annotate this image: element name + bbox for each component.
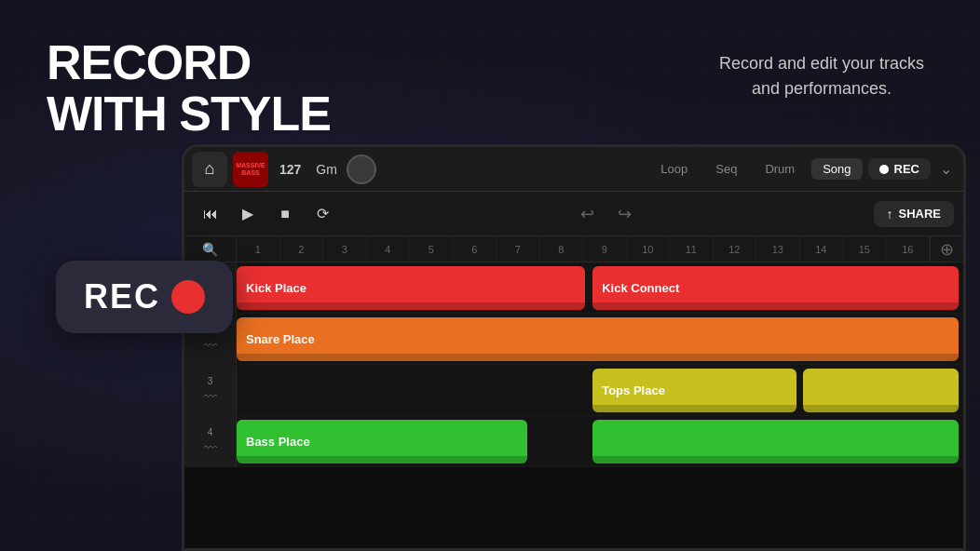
rec-pill-label: REC	[84, 277, 160, 316]
beat-8: 8	[540, 236, 584, 262]
tab-seq[interactable]: Seq	[704, 158, 748, 180]
beat-4: 4	[367, 236, 411, 262]
home-button[interactable]: ⌂	[192, 152, 227, 187]
rec-label: REC	[894, 162, 919, 176]
rec-button[interactable]: REC	[868, 158, 931, 180]
tracks-area: 1 〰 Kick Place Kick Connect	[184, 262, 963, 548]
track-blocks-3[interactable]: Tops Place	[237, 365, 963, 415]
track-row-4: 4 〰 Bass Place	[184, 416, 963, 467]
loop-button[interactable]: ⟳	[306, 197, 339, 231]
beat-13: 13	[756, 236, 800, 262]
track-wave-icon-2: 〰	[204, 338, 217, 353]
track-col-header: 🔍	[184, 236, 237, 262]
tagline-line2: and performances.	[719, 76, 924, 101]
rec-indicator	[879, 165, 889, 174]
timeline-header: 🔍 1 2 3 4 5 6 7 8 9 10 11 12 13 14 15 16…	[184, 236, 963, 262]
track-num-3: 3	[208, 376, 213, 386]
rec-dot-icon	[171, 280, 205, 314]
track-row-2: 2 〰 Snare Place	[184, 314, 963, 365]
headline-line1: RECORD	[47, 37, 331, 88]
tempo-knob[interactable]	[347, 155, 376, 184]
track-blocks-2[interactable]: Snare Place	[237, 314, 963, 364]
add-track-button[interactable]: ⊕	[930, 236, 963, 262]
rec-pill[interactable]: REC	[56, 261, 233, 333]
track-block-tops-2[interactable]	[803, 369, 959, 412]
search-icon[interactable]: 🔍	[202, 242, 218, 257]
tab-loop[interactable]: Loop	[649, 158, 699, 180]
beat-10: 10	[627, 236, 671, 262]
redo-button[interactable]: ↪	[608, 197, 642, 231]
album-art[interactable]: MASSIVEBASS	[233, 152, 268, 187]
stop-button[interactable]: ■	[268, 197, 302, 231]
key-display[interactable]: Gm	[312, 162, 341, 177]
track-blocks-4[interactable]: Bass Place	[237, 416, 963, 466]
beat-6: 6	[454, 236, 497, 262]
transport-bar: ⏮ ▶ ■ ⟳ ↩ ↪ ↑ SHARE	[184, 192, 963, 236]
track-block-bass-place[interactable]: Bass Place	[237, 420, 527, 464]
headline: RECORD WITH STYLE	[47, 37, 331, 139]
track-block-tops-place[interactable]: Tops Place	[592, 369, 796, 412]
track-row-1: 1 〰 Kick Place Kick Connect	[184, 262, 963, 314]
beat-1: 1	[237, 236, 280, 262]
beat-3: 3	[323, 236, 367, 262]
track-block-kick-connect[interactable]: Kick Connect	[592, 266, 959, 310]
timeline-numbers: 1 2 3 4 5 6 7 8 9 10 11 12 13 14 15 16	[237, 236, 930, 262]
beat-9: 9	[583, 236, 627, 262]
chevron-down-icon[interactable]: ⌄	[936, 160, 956, 178]
beat-12: 12	[714, 236, 757, 262]
beat-2: 2	[280, 236, 324, 262]
track-wave-icon-4: 〰	[204, 440, 217, 455]
share-icon: ↑	[887, 207, 893, 222]
track-num-4: 4	[208, 427, 213, 437]
track-label-3: 3 〰	[184, 365, 237, 415]
tab-drum[interactable]: Drum	[754, 158, 806, 180]
track-wave-icon-3: 〰	[204, 389, 217, 404]
headline-line2: WITH STYLE	[47, 88, 331, 140]
beat-16: 16	[887, 236, 931, 262]
bpm-display[interactable]: 127	[274, 162, 306, 177]
beat-14: 14	[800, 236, 844, 262]
undo-button[interactable]: ↩	[571, 197, 605, 231]
tab-song[interactable]: Song	[811, 158, 862, 180]
share-label: SHARE	[899, 207, 942, 221]
play-button[interactable]: ▶	[231, 197, 265, 231]
tagline: Record and edit your tracks and performa…	[719, 51, 924, 101]
rewind-button[interactable]: ⏮	[194, 197, 227, 231]
nav-bar: ⌂ MASSIVEBASS 127 Gm Loop Seq Drum Song …	[184, 147, 963, 192]
track-label-4: 4 〰	[184, 416, 237, 466]
beat-11: 11	[670, 236, 714, 262]
beat-15: 15	[843, 236, 887, 262]
share-button[interactable]: ↑ SHARE	[874, 201, 955, 227]
beat-7: 7	[497, 236, 540, 262]
track-row-3: 3 〰 Tops Place	[184, 365, 963, 416]
device-frame: ⌂ MASSIVEBASS 127 Gm Loop Seq Drum Song …	[182, 144, 966, 551]
track-block-kick-place[interactable]: Kick Place	[237, 266, 585, 310]
track-block-bass-2[interactable]	[592, 420, 959, 464]
beat-5: 5	[410, 236, 454, 262]
tagline-line1: Record and edit your tracks	[719, 51, 924, 76]
track-block-snare-place[interactable]: Snare Place	[237, 317, 959, 361]
track-blocks-1[interactable]: Kick Place Kick Connect	[237, 262, 963, 313]
